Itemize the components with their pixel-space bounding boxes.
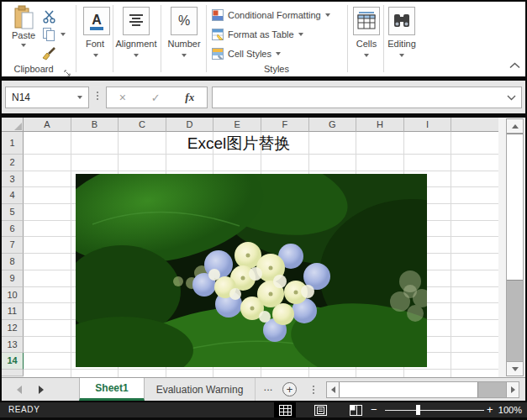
enter-button[interactable]: ✓ xyxy=(151,92,161,104)
editing-group-dropdown[interactable] xyxy=(399,54,404,57)
flower-image[interactable] xyxy=(76,174,427,367)
column-header-G[interactable]: G xyxy=(309,118,357,132)
group-separator xyxy=(161,5,161,72)
row-header-4[interactable]: 4 xyxy=(2,187,24,204)
svg-text:A: A xyxy=(92,13,102,27)
format-as-table-dropdown xyxy=(298,33,303,36)
cells-group-label: Cells xyxy=(348,39,385,49)
tab-bar-grip[interactable] xyxy=(313,386,314,394)
scissors-icon xyxy=(42,9,56,24)
status-bar: READY − + 100% xyxy=(0,402,527,417)
arrow-right-icon xyxy=(511,386,515,393)
sheet-tab-evaluation-warning[interactable]: Evaluation Warning xyxy=(145,378,256,401)
row-header-13[interactable]: 13 xyxy=(2,337,24,354)
column-header-F[interactable]: F xyxy=(261,118,309,132)
sheet-grid[interactable]: ABCDEFGHI 1234567891011121314 Excel图片替换 xyxy=(2,118,498,377)
alignment-group-dropdown[interactable] xyxy=(134,54,139,57)
copy-dropdown-arrow[interactable] xyxy=(61,33,66,36)
cell-title-text[interactable]: Excel图片替换 xyxy=(166,132,311,155)
column-header-D[interactable]: D xyxy=(166,118,214,132)
excel-window: Paste Clipboard xyxy=(0,0,527,420)
row-header-11[interactable]: 11 xyxy=(2,303,24,320)
cells-table-icon xyxy=(356,11,377,31)
new-sheet-button[interactable]: + xyxy=(282,382,297,396)
expand-formula-bar-icon[interactable] xyxy=(507,95,516,101)
row-header-1[interactable]: 1 xyxy=(2,132,24,155)
name-box[interactable]: N14 xyxy=(5,87,89,108)
formula-bar-grip[interactable] xyxy=(97,92,98,100)
cut-button[interactable] xyxy=(42,9,56,27)
font-group-label: Font xyxy=(76,39,114,49)
paste-dropdown-arrow[interactable] xyxy=(21,44,26,47)
format-as-table-label: Format as Table xyxy=(228,29,294,39)
cells-group-button[interactable] xyxy=(353,7,380,35)
editing-group-label: Editing xyxy=(382,39,422,49)
row-header-9[interactable]: 9 xyxy=(2,270,24,287)
grid-row-2[interactable] xyxy=(24,155,498,171)
format-as-table-button[interactable]: Format as Table xyxy=(212,27,303,41)
paste-button[interactable]: Paste xyxy=(7,5,40,57)
name-box-value: N14 xyxy=(6,92,77,103)
scroll-up-button[interactable] xyxy=(507,119,523,134)
cell-styles-button[interactable]: Cell Styles xyxy=(212,46,281,60)
arrow-up-icon xyxy=(512,124,519,129)
alignment-group-button[interactable] xyxy=(123,7,150,35)
column-header-C[interactable]: C xyxy=(119,118,166,132)
insert-function-button[interactable]: fx xyxy=(185,91,194,104)
page-layout-view-icon xyxy=(314,405,327,416)
zoom-slider-track[interactable] xyxy=(385,410,484,411)
tab-overflow-button[interactable]: ... xyxy=(259,380,277,398)
page-layout-view-button[interactable] xyxy=(309,402,331,417)
collapse-ribbon-button[interactable] xyxy=(509,57,520,72)
sheet-tab-sheet1[interactable]: Sheet1 xyxy=(79,378,145,401)
row-header-12[interactable]: 12 xyxy=(2,320,24,337)
row-header-2[interactable]: 2 xyxy=(2,155,24,171)
horizontal-scroll-thumb[interactable] xyxy=(339,382,478,397)
page-break-preview-button[interactable] xyxy=(345,402,366,417)
number-group-dropdown[interactable] xyxy=(182,54,187,57)
format-painter-button[interactable] xyxy=(42,45,57,64)
formula-input[interactable] xyxy=(212,87,522,108)
scroll-right-button[interactable] xyxy=(506,382,519,397)
tab-scroll-next-button[interactable] xyxy=(39,386,44,394)
cancel-button[interactable]: × xyxy=(119,91,126,104)
column-header-B[interactable]: B xyxy=(71,118,119,132)
ribbon: Paste Clipboard xyxy=(2,2,525,76)
column-header-H[interactable]: H xyxy=(356,118,404,132)
row-header-6[interactable]: 6 xyxy=(2,221,24,238)
row-header-10[interactable]: 10 xyxy=(2,287,24,304)
number-group-button[interactable]: % xyxy=(171,7,198,35)
zoom-slider-thumb[interactable] xyxy=(416,405,420,415)
font-group-dropdown[interactable] xyxy=(93,54,98,57)
scroll-left-button[interactable] xyxy=(327,382,340,397)
zoom-level[interactable]: 100% xyxy=(497,405,522,415)
column-header-E[interactable]: E xyxy=(213,118,261,132)
editing-group-button[interactable] xyxy=(388,7,415,35)
copy-button[interactable] xyxy=(42,27,55,45)
font-group-button[interactable]: A xyxy=(83,7,110,35)
column-header-A[interactable]: A xyxy=(24,118,71,132)
cell-styles-dropdown xyxy=(276,52,281,55)
clipboard-dialog-launcher[interactable] xyxy=(64,66,71,81)
vertical-scrollbar[interactable] xyxy=(506,118,524,376)
row-header-3[interactable]: 3 xyxy=(2,171,24,188)
tab-scroll-prev-button[interactable] xyxy=(17,386,22,394)
name-box-dropdown-arrow[interactable] xyxy=(77,96,82,99)
conditional-formatting-button[interactable]: Conditional Formatting xyxy=(212,8,330,22)
select-all-corner[interactable] xyxy=(2,118,24,132)
zoom-out-button[interactable]: − xyxy=(371,403,377,416)
number-group-label: Number xyxy=(162,39,206,49)
row-header-14[interactable]: 14 xyxy=(2,353,24,370)
horizontal-scrollbar[interactable] xyxy=(326,381,519,398)
conditional-formatting-icon xyxy=(212,9,224,21)
column-header-I[interactable]: I xyxy=(404,118,452,132)
row-header-8[interactable]: 8 xyxy=(2,254,24,270)
normal-view-button[interactable] xyxy=(274,402,296,417)
cells-group-dropdown[interactable] xyxy=(364,54,369,57)
column-header-partial[interactable] xyxy=(451,118,498,132)
zoom-in-button[interactable]: + xyxy=(487,403,493,416)
row-header-5[interactable]: 5 xyxy=(2,204,24,221)
vertical-scroll-thumb[interactable] xyxy=(507,134,523,281)
scroll-down-button[interactable] xyxy=(507,361,523,375)
row-header-7[interactable]: 7 xyxy=(2,237,24,254)
